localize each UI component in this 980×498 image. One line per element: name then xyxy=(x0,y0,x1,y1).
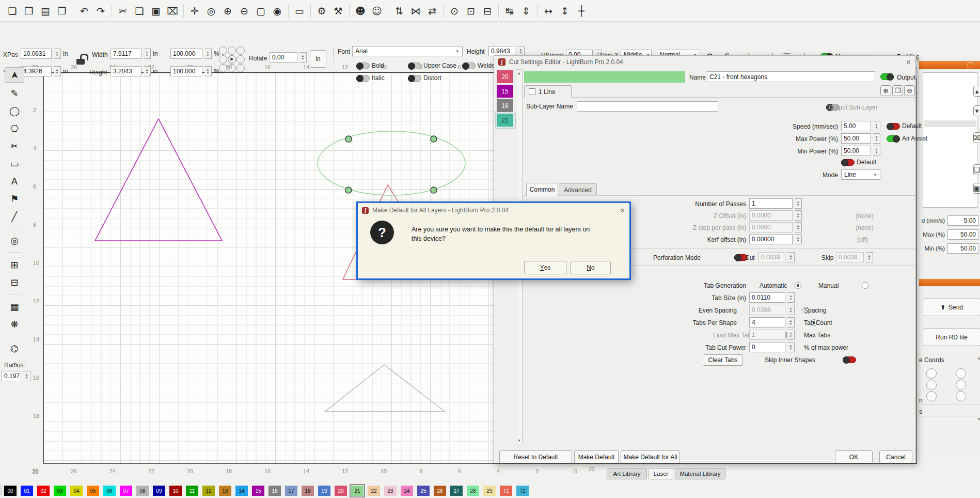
green-ellipse[interactable] xyxy=(318,131,465,195)
tab-gen-automatic-radio[interactable] xyxy=(795,282,801,289)
tab-common[interactable]: Common xyxy=(526,183,558,196)
remove-sublayer-button[interactable]: ⊖ xyxy=(904,85,915,96)
max-power-spinner[interactable]: ▲▼ xyxy=(873,133,880,144)
max-power-field[interactable]: 50.00 xyxy=(841,133,871,144)
snap-icon[interactable]: ┼ xyxy=(573,3,590,19)
dock-caret-fragment[interactable]: ▼ xyxy=(977,417,980,422)
redo-icon[interactable]: ↷ xyxy=(92,3,109,19)
gray-triangle[interactable] xyxy=(325,365,445,412)
rectangle-tool[interactable]: ▭ xyxy=(5,156,24,170)
distort-toggle[interactable] xyxy=(408,75,421,82)
palette-chip-09[interactable]: 09 xyxy=(153,486,165,496)
palette-chip-19[interactable]: 19 xyxy=(318,486,330,496)
power-default-toggle[interactable] xyxy=(841,159,855,166)
edit-nodes-tool[interactable]: ✂ xyxy=(5,138,24,153)
origin-radio[interactable] xyxy=(926,368,937,379)
scale-x-spinner[interactable]: ▲▼ xyxy=(204,49,212,59)
place-marker-tool[interactable]: ⚑ xyxy=(5,191,24,206)
cut-list-row[interactable] xyxy=(924,120,976,127)
lock-ratio-icon[interactable] xyxy=(76,54,87,66)
close-icon[interactable]: ✕ xyxy=(620,207,625,214)
ok-button[interactable]: OK xyxy=(835,450,873,463)
delete-cut-button[interactable]: ⌧ xyxy=(973,132,980,143)
palette-chip-20[interactable]: 20 xyxy=(335,486,347,496)
palette-chip-23[interactable]: 23 xyxy=(384,486,397,496)
copy-icon[interactable]: ❑ xyxy=(131,3,148,19)
measure-tool[interactable]: ╱ xyxy=(5,209,24,223)
tab-material-library[interactable]: Material Library xyxy=(675,468,725,479)
kerf-field[interactable]: 0.00000 xyxy=(749,234,793,244)
machine-tools-icon[interactable]: ⚒ xyxy=(330,3,346,19)
no-button[interactable]: No xyxy=(571,261,611,274)
palette-chip-18[interactable]: 18 xyxy=(302,486,314,496)
boolean-union-tool[interactable]: ⊞ xyxy=(5,257,24,272)
sub-layer-name-input[interactable] xyxy=(577,101,718,112)
ungroup-icon[interactable]: ☺ xyxy=(369,3,385,19)
speed-spinner[interactable]: ▲▼ xyxy=(873,121,880,131)
rotate-field[interactable]: 0.00 xyxy=(270,52,297,63)
tab-cut-power-field[interactable]: 0 xyxy=(749,342,785,352)
select-tool[interactable]: ➤ xyxy=(5,67,24,83)
scale-y-field[interactable]: 100.000 xyxy=(170,66,202,76)
cut-list[interactable] xyxy=(923,72,977,208)
font-select[interactable]: Arial▼ xyxy=(352,46,463,56)
reset-to-default-button[interactable]: Reset to Default xyxy=(499,450,572,463)
move-down-button[interactable]: ▾ xyxy=(973,105,980,116)
delete-icon[interactable]: ⌧ xyxy=(164,3,181,19)
sublayer-tab[interactable]: 1 Line xyxy=(524,85,572,98)
undo-icon[interactable]: ↶ xyxy=(76,3,92,19)
palette-chip-29[interactable]: 29 xyxy=(483,486,496,496)
coords-caret[interactable]: ▼ xyxy=(977,356,980,361)
circular-array-tool[interactable]: ❋ xyxy=(5,317,24,331)
dock-header-top[interactable] xyxy=(919,61,980,69)
tab-markers[interactable] xyxy=(345,136,437,193)
width-spinner[interactable]: ▲▼ xyxy=(144,49,151,59)
grid-array-tool[interactable]: ▦ xyxy=(5,299,24,314)
zoom-selection-icon[interactable]: ◎ xyxy=(203,3,219,19)
speed-default-toggle[interactable] xyxy=(887,123,900,130)
palette-chip-10[interactable]: 10 xyxy=(169,486,182,496)
distribute-h-icon[interactable]: ↹ xyxy=(501,3,518,19)
print-icon[interactable]: ⊟ xyxy=(479,3,496,19)
xpos-field[interactable]: 10.0631 xyxy=(21,49,52,59)
rp-max-field[interactable]: 50.00 xyxy=(947,229,978,240)
palette-chip-07[interactable]: 07 xyxy=(120,486,132,496)
rp-speed-field[interactable]: 5.00 xyxy=(947,215,978,226)
palette-chip-15[interactable]: 15 xyxy=(252,486,264,496)
one-line-checkbox[interactable] xyxy=(529,88,535,95)
paste-icon[interactable]: ▣ xyxy=(148,3,164,19)
run-rd-file-button[interactable]: Run RD file xyxy=(923,329,980,346)
origin-radio[interactable] xyxy=(956,368,966,379)
tab-gen-manual-radio[interactable] xyxy=(862,282,868,289)
send-button[interactable]: ⬆Send xyxy=(923,299,980,316)
air-assist-toggle[interactable] xyxy=(887,135,900,142)
save-icon[interactable]: ▤ xyxy=(37,3,54,19)
palette-chip-25[interactable]: 25 xyxy=(417,486,430,496)
origin-radio[interactable] xyxy=(956,391,966,401)
distribute-v-icon[interactable]: ⇕ xyxy=(518,3,534,19)
anchor-grid[interactable] xyxy=(219,46,246,73)
upper-case-toggle[interactable] xyxy=(408,63,421,69)
welded-toggle[interactable] xyxy=(462,63,476,69)
open-file-icon[interactable]: ❒ xyxy=(21,3,37,19)
position-laser-icon[interactable]: ⊙ xyxy=(446,3,463,19)
kerf-spinner[interactable]: ▲▼ xyxy=(795,234,802,244)
polygon-tool[interactable]: ⎔ xyxy=(5,121,24,135)
output-toggle[interactable] xyxy=(880,73,894,80)
yes-button[interactable]: Yes xyxy=(524,261,566,274)
radius-spinner[interactable]: ▲▼ xyxy=(23,371,30,381)
zoom-in-icon[interactable]: ⊕ xyxy=(219,3,236,19)
dialog-layer-chip-20[interactable]: 20 xyxy=(497,70,513,83)
close-icon[interactable]: ✕ xyxy=(906,58,911,66)
mirror-icon[interactable]: ⇄ xyxy=(424,3,440,19)
palette-chip-28[interactable]: 28 xyxy=(467,486,479,496)
palette-chip-06[interactable]: 06 xyxy=(103,486,116,496)
palette-chip-26[interactable]: 26 xyxy=(434,486,446,496)
width-field[interactable]: 7.5117 xyxy=(110,49,141,59)
scroll-up-icon[interactable]: ▲ xyxy=(516,70,522,76)
min-power-field[interactable]: 50.00 xyxy=(841,146,871,156)
scroll-down-icon[interactable]: ▼ xyxy=(516,437,522,444)
height-spinner[interactable]: ▲▼ xyxy=(144,66,151,76)
palette-chip-22[interactable]: 22 xyxy=(368,486,380,496)
palette-chip-05[interactable]: 05 xyxy=(87,486,99,496)
